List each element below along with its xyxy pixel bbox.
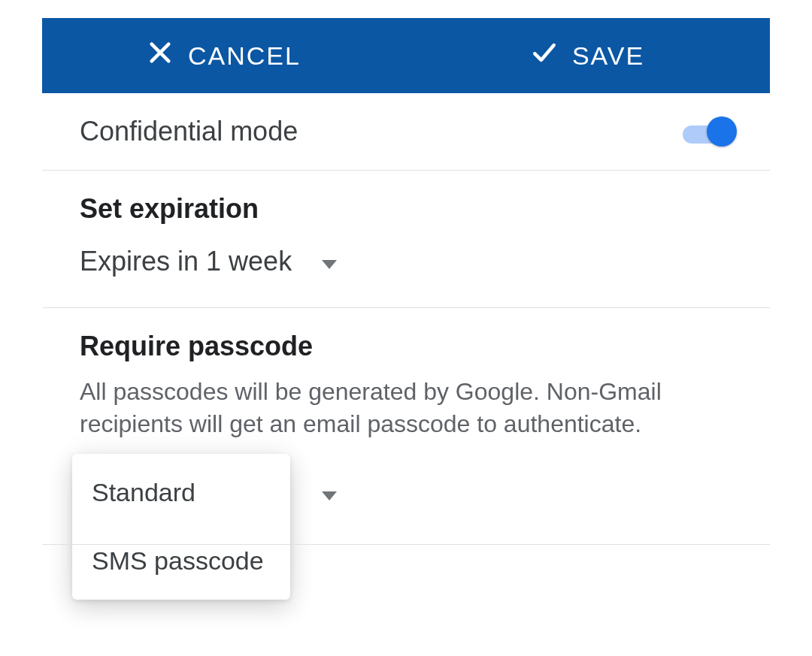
toggle-knob xyxy=(707,116,737,147)
passcode-description: All passcodes will be generated by Googl… xyxy=(80,376,732,440)
divider xyxy=(42,544,770,545)
save-button[interactable]: SAVE xyxy=(406,40,770,71)
expiration-select[interactable]: Expires in 1 week xyxy=(80,246,337,277)
top-toolbar: CANCEL SAVE xyxy=(42,18,770,93)
caret-down-icon xyxy=(322,246,337,277)
passcode-option-sms[interactable]: SMS passcode xyxy=(72,527,290,595)
save-label: SAVE xyxy=(572,41,644,71)
svg-marker-3 xyxy=(322,491,337,500)
cancel-button[interactable]: CANCEL xyxy=(42,40,406,71)
confidential-mode-title: Confidential mode xyxy=(80,116,298,147)
passcode-dropdown-menu: Standard SMS passcode xyxy=(72,454,290,600)
passcode-section: Require passcode All passcodes will be g… xyxy=(42,308,770,534)
svg-marker-2 xyxy=(322,260,337,269)
settings-screen: CANCEL SAVE Confidential mode Set expira… xyxy=(0,0,812,656)
expiration-section: Set expiration Expires in 1 week xyxy=(42,171,770,308)
confidential-mode-toggle[interactable] xyxy=(683,122,732,141)
close-icon xyxy=(147,40,173,71)
passcode-option-standard[interactable]: Standard xyxy=(72,458,290,527)
check-icon xyxy=(532,40,557,71)
caret-down-icon xyxy=(322,491,337,505)
expiration-selected-value: Expires in 1 week xyxy=(80,246,292,277)
cancel-label: CANCEL xyxy=(188,41,301,71)
passcode-select[interactable]: Standard SMS passcode xyxy=(80,458,732,503)
confidential-mode-row: Confidential mode xyxy=(42,93,770,171)
passcode-heading: Require passcode xyxy=(80,331,732,362)
expiration-heading: Set expiration xyxy=(80,193,732,225)
